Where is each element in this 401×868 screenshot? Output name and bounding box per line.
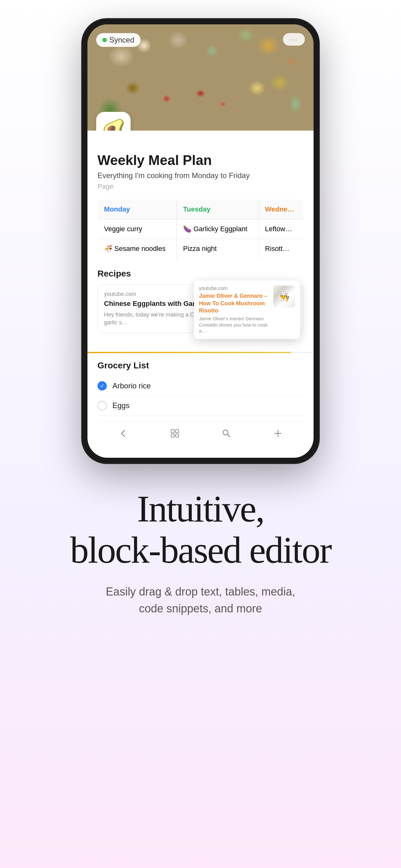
popup-source: youtube.com (199, 286, 269, 291)
phone-wrapper: Synced ··· 🥑 Weekly Meal Plan Everything… (82, 19, 319, 463)
recipe-popup-card[interactable]: youtube.com Jamie Oliver & Gennaro – How… (194, 281, 300, 339)
synced-label: Synced (109, 36, 134, 44)
cell-tue-1: 🍆 Garlicky Eggplant (177, 219, 259, 239)
phone-screen: Synced ··· 🥑 Weekly Meal Plan Everything… (88, 24, 313, 458)
page-title: Weekly Meal Plan (97, 153, 304, 168)
col-tuesday: Tuesday (177, 200, 259, 219)
svg-line-5 (227, 434, 230, 437)
page-type: Page (97, 183, 304, 191)
grocery-item-2[interactable]: Eggs (97, 396, 304, 415)
grid-icon (170, 428, 180, 438)
popup-title: Jamie Oliver & Gennaro – How To Cook Mus… (199, 292, 269, 314)
bottom-nav (97, 422, 304, 448)
synced-badge: Synced (96, 33, 140, 47)
synced-dot (102, 38, 107, 42)
grocery-section: Grocery List ✓ Arborio rice Eggs (97, 353, 304, 415)
headline-main: Intuitive, block-based editor (70, 488, 331, 571)
app-icon: 🥑 (96, 112, 131, 131)
svg-rect-2 (171, 434, 174, 437)
cell-mon-1: Veggie curry (98, 219, 177, 239)
popup-content: youtube.com Jamie Oliver & Gennaro – How… (199, 286, 269, 334)
phone-frame: Synced ··· 🥑 Weekly Meal Plan Everything… (82, 19, 319, 463)
headline-sub: Easily drag & drop text, tables, media,c… (91, 583, 310, 617)
cell-wed-2: Risott… (259, 239, 303, 259)
col-wednesday: Wedne… (259, 200, 303, 219)
popup-thumbnail: 👨‍🍳 (273, 286, 295, 307)
svg-rect-1 (175, 430, 179, 433)
checkbox-checked[interactable]: ✓ (97, 381, 107, 391)
nav-add-button[interactable] (273, 428, 283, 438)
checkbox-empty[interactable] (97, 401, 107, 410)
chevron-left-icon (119, 428, 128, 438)
cell-mon-2: 🍜 Sesame noodles (98, 239, 177, 259)
meal-table: Monday Tuesday Wedne… Veggie curry 🍆 Gar… (97, 199, 304, 259)
col-monday: Monday (98, 200, 177, 219)
grocery-header: Grocery List (97, 361, 304, 371)
nav-search-button[interactable] (222, 428, 231, 438)
nav-back-button[interactable] (119, 428, 128, 438)
recipe-card-1[interactable]: youtube.com Chinese Eggplants with Garli… (97, 284, 304, 333)
more-button[interactable]: ··· (283, 33, 305, 45)
plus-icon (273, 428, 283, 438)
lower-section: Intuitive, block-based editor Easily dra… (45, 488, 356, 617)
table-row: 🍜 Sesame noodles Pizza night Risott… (98, 239, 304, 259)
hero-image: Synced ··· 🥑 (88, 24, 313, 131)
progress-bar-fill (88, 352, 291, 353)
content-area: Weekly Meal Plan Everything I'm cooking … (88, 131, 313, 458)
cell-tue-2: Pizza night (177, 239, 259, 259)
search-icon (222, 428, 231, 438)
page-subtitle: Everything I'm cooking from Monday to Fr… (97, 171, 304, 180)
cell-wed-1: Leftow… (259, 219, 303, 239)
svg-rect-3 (175, 434, 179, 437)
nav-grid-button[interactable] (170, 428, 180, 438)
popup-desc: Jamie Oliver's mentor Gennaro Contaldo s… (199, 316, 269, 334)
grocery-item-1[interactable]: ✓ Arborio rice (97, 376, 304, 396)
grocery-label-1: Arborio rice (112, 381, 151, 390)
recipes-header: Recipes (97, 269, 304, 279)
progress-bar-container (88, 352, 313, 353)
grocery-label-2: Eggs (112, 401, 130, 410)
svg-rect-0 (171, 430, 174, 433)
table-row: Veggie curry 🍆 Garlicky Eggplant Leftow… (98, 219, 304, 239)
